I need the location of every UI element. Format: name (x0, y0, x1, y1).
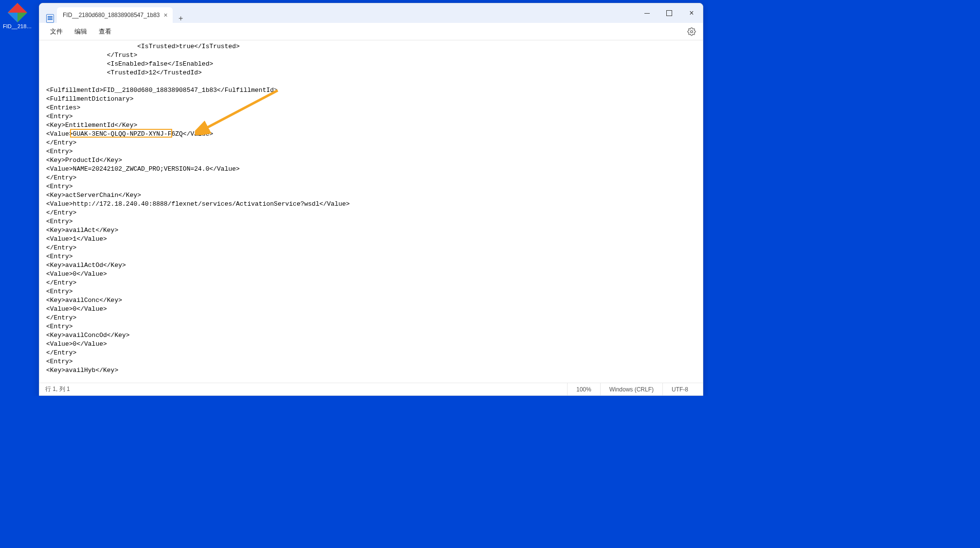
tab-strip: FID__2180d680_18838908547_1b83 × + (39, 3, 189, 23)
desktop-icon-label: FID__2180... (3, 23, 32, 29)
settings-gear-icon[interactable] (685, 25, 698, 38)
close-tab-icon[interactable]: × (164, 12, 168, 18)
status-zoom[interactable]: 100% (567, 383, 600, 395)
editor-area[interactable]: <IsTrusted>true</IsTrusted> </Trust> <Is… (39, 40, 703, 383)
menubar: 文件 编辑 查看 (39, 23, 703, 40)
maximize-button[interactable] (658, 3, 680, 23)
document-content[interactable]: <IsTrusted>true</IsTrusted> </Trust> <Is… (39, 40, 703, 383)
new-tab-button[interactable]: + (173, 14, 189, 23)
status-eol[interactable]: Windows (CRLF) (600, 383, 662, 395)
close-window-button[interactable]: × (680, 3, 703, 23)
titlebar: FID__2180d680_18838908547_1b83 × + × (39, 3, 703, 23)
app-icon (43, 14, 57, 23)
statusbar: 行 1, 列 1 100% Windows (CRLF) UTF-8 (39, 383, 703, 395)
menu-file[interactable]: 文件 (44, 25, 69, 38)
status-encoding[interactable]: UTF-8 (662, 383, 697, 395)
status-position: 行 1, 列 1 (45, 385, 70, 393)
minimize-button[interactable] (636, 3, 658, 23)
window-controls: × (636, 3, 703, 23)
desktop-icon[interactable]: FID__2180... (3, 3, 32, 29)
notepad-window: FID__2180d680_18838908547_1b83 × + × 文件 … (39, 3, 703, 396)
desktop-app-icon (8, 3, 27, 22)
menu-view[interactable]: 查看 (93, 25, 117, 38)
tab-title: FID__2180d680_18838908547_1b83 (63, 12, 160, 18)
document-tab[interactable]: FID__2180d680_18838908547_1b83 × (57, 7, 173, 23)
svg-point-0 (691, 30, 693, 33)
menu-edit[interactable]: 编辑 (69, 25, 93, 38)
